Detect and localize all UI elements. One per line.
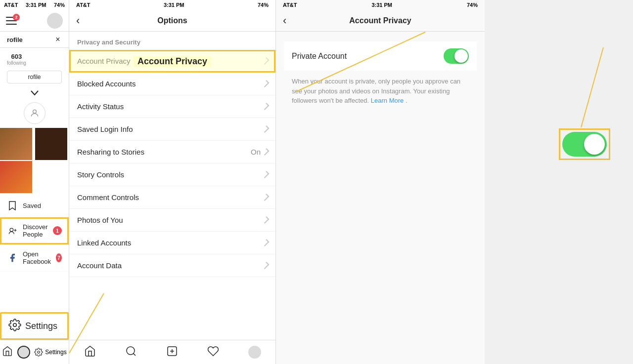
- bottom-nav-p2: [69, 340, 275, 364]
- menu-item-resharing[interactable]: Resharing to Stories On: [69, 141, 275, 163]
- private-account-toggle[interactable]: [444, 48, 469, 64]
- settings-highlight-wrapper: Settings: [0, 312, 69, 340]
- time-p1: 3:31 PM: [26, 2, 46, 8]
- carrier-p3: AT&T: [283, 2, 297, 8]
- photo-cell-1: [0, 128, 32, 160]
- panel-sidebar: AT&T 3:31 PM 74% 2 rofile × 603 followin…: [0, 0, 69, 364]
- menu-item-linked[interactable]: Linked Accounts: [69, 232, 275, 254]
- battery-p3: 74%: [467, 2, 478, 8]
- status-bar-p2: AT&T 3:31 PM 74%: [69, 0, 275, 10]
- nav-home-p1[interactable]: [2, 346, 13, 359]
- story-controls-text: Story Controls: [77, 170, 264, 179]
- profile-label: rofile: [7, 36, 23, 43]
- settings-bottom[interactable]: Settings: [34, 348, 66, 357]
- stat-following: 603 following: [7, 53, 26, 66]
- privacy-section-label: Privacy and Security: [69, 32, 275, 50]
- svg-point-6: [127, 347, 135, 355]
- photos-text: Photos of You: [77, 216, 264, 224]
- menu-item-photos[interactable]: Photos of You: [69, 209, 275, 232]
- photo-cell-2: [35, 128, 67, 160]
- sidebar-item-saved[interactable]: Saved: [0, 194, 69, 217]
- close-icon[interactable]: ×: [54, 36, 62, 43]
- profile-header: rofile ×: [0, 32, 69, 48]
- private-account-label: Private Account: [292, 52, 347, 61]
- toggle-highlight-box: [559, 128, 610, 160]
- account-privacy-text: Account Privacy: [77, 57, 264, 65]
- sidebar-item-discover[interactable]: Discover People 1: [0, 217, 69, 244]
- toggle-wrapper: [444, 48, 469, 64]
- toggle-knob: [454, 49, 468, 63]
- blocked-accounts-text: Blocked Accounts: [77, 80, 264, 88]
- privacy-content: Private Account When your account is pri…: [276, 32, 485, 364]
- status-bar-p1: AT&T 3:31 PM 74%: [0, 0, 69, 10]
- top-bar-p1: 2: [0, 10, 69, 32]
- nav-search-p2[interactable]: [125, 345, 137, 359]
- battery-p2: 74%: [258, 2, 269, 8]
- bottom-nav-p1: Settings: [0, 340, 69, 364]
- settings-highlight-label: Settings: [25, 321, 57, 331]
- facebook-label: Open Facebook: [23, 250, 51, 265]
- back-button-p2[interactable]: ‹: [76, 14, 80, 27]
- toggle-large: [562, 132, 607, 157]
- panel-account-privacy: AT&T 3:31 PM 74% ‹ Account Privacy Priva…: [276, 0, 485, 364]
- account-data-text: Account Data: [77, 261, 264, 270]
- resharing-value: On: [251, 148, 261, 156]
- hamburger-wrapper[interactable]: 2: [6, 17, 17, 25]
- stat-label-following: following: [7, 60, 26, 66]
- saved-login-text: Saved Login Info: [77, 125, 264, 133]
- svg-line-7: [133, 354, 135, 356]
- nav-header-p3: ‹ Account Privacy: [276, 10, 485, 32]
- saved-label: Saved: [23, 202, 62, 209]
- photo-grid: [0, 128, 69, 194]
- settings-bottom-label: Settings: [45, 349, 66, 356]
- gear-icon-large: [8, 319, 21, 333]
- discover-people-label: Discover People: [23, 223, 48, 238]
- profile-photo-placeholder: [24, 102, 45, 124]
- carrier-p2: AT&T: [76, 2, 90, 8]
- nav-profile-p2[interactable]: [248, 346, 261, 359]
- private-account-row: Private Account: [284, 41, 477, 71]
- linked-accounts-text: Linked Accounts: [77, 239, 264, 247]
- carrier-p1: AT&T: [4, 2, 18, 8]
- menu-item-saved-login[interactable]: Saved Login Info: [69, 118, 275, 141]
- photo-cell-3: [0, 161, 32, 193]
- edit-profile-btn[interactable]: rofile: [7, 71, 62, 83]
- panel-options: AT&T 3:31 PM 74% ‹ Options Privacy and S…: [69, 0, 276, 364]
- time-p3: 3:31 PM: [371, 2, 392, 8]
- nav-add-p2[interactable]: [166, 345, 178, 359]
- battery-p1: 74%: [54, 2, 65, 8]
- learn-more-link[interactable]: Learn More: [371, 97, 404, 104]
- bookmark-icon: [7, 200, 18, 211]
- time-p2: 3:31 PM: [164, 2, 184, 8]
- back-button-p3[interactable]: ‹: [283, 14, 286, 27]
- menu-item-blocked[interactable]: Blocked Accounts: [69, 73, 275, 95]
- nav-heart-p2[interactable]: [207, 345, 219, 359]
- activity-status-text: Activity Status: [77, 102, 264, 111]
- stat-number-following: 603: [7, 53, 26, 60]
- settings-highlight-item[interactable]: Settings: [0, 312, 69, 340]
- nav-home-p2[interactable]: [84, 345, 96, 359]
- resharing-text: Resharing to Stories: [77, 148, 251, 156]
- options-title: Options: [157, 16, 187, 25]
- menu-item-account-privacy[interactable]: Account Privacy: [69, 50, 275, 73]
- account-privacy-wrapper: Account Privacy Account Privacy: [69, 50, 275, 73]
- privacy-description: When your account is private, only peopl…: [284, 71, 477, 112]
- notification-badge: 2: [13, 14, 20, 21]
- svg-line-13: [581, 47, 603, 127]
- stats-row: 603 following: [0, 48, 69, 71]
- sidebar-item-facebook[interactable]: Open Facebook 7: [0, 244, 69, 272]
- discover-badge: 1: [53, 226, 62, 235]
- expand-btn[interactable]: [0, 87, 69, 98]
- discover-icon: [7, 225, 18, 236]
- status-bar-p3: AT&T 3:31 PM 74%: [276, 0, 485, 10]
- menu-item-comment[interactable]: Comment Controls: [69, 186, 275, 209]
- svg-point-1: [10, 228, 13, 232]
- menu-item-account-data[interactable]: Account Data: [69, 254, 275, 277]
- avatar-bottom-p1[interactable]: [17, 346, 30, 359]
- svg-point-5: [38, 351, 40, 354]
- discover-people-wrapper: Discover People 1: [0, 217, 69, 244]
- menu-item-story-controls[interactable]: Story Controls: [69, 163, 275, 186]
- menu-list: Account Privacy Account Privacy Blocked …: [69, 50, 275, 277]
- menu-item-activity[interactable]: Activity Status: [69, 95, 275, 118]
- avatar-top[interactable]: [47, 13, 63, 29]
